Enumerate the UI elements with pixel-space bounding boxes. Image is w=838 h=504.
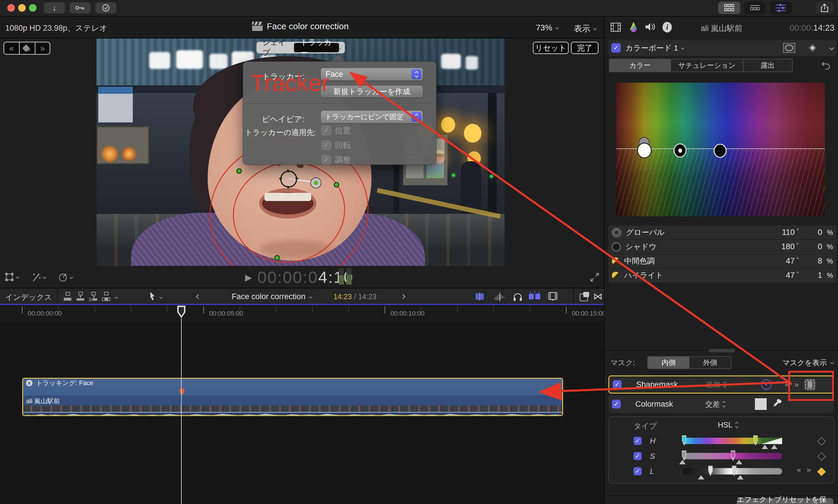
position-checkbox[interactable]: ✓ <box>322 126 331 135</box>
fullscreen-icon[interactable] <box>590 272 600 282</box>
overwrite-clip-icon[interactable] <box>101 292 111 302</box>
show-mask-menu[interactable]: マスクを表示 <box>783 358 833 367</box>
rotation-checkbox[interactable]: ✓ <box>322 141 331 150</box>
shapemask-row[interactable]: ✓ Shapemask 追加 « » <box>609 375 834 394</box>
eyedropper-icon[interactable] <box>772 399 783 409</box>
keywords-button[interactable] <box>70 2 91 14</box>
chevron-down-icon[interactable] <box>159 295 163 299</box>
colormask-swatch[interactable] <box>755 398 767 410</box>
sat-checkbox[interactable]: ✓ <box>634 452 642 460</box>
hue-slider[interactable] <box>683 438 782 444</box>
traffic-light-close[interactable] <box>7 4 15 12</box>
next-keyframe-icon[interactable]: » <box>807 465 811 474</box>
midtones-puck[interactable] <box>673 143 686 158</box>
traffic-light-zoom[interactable] <box>29 4 37 12</box>
hue-handle-low[interactable] <box>682 435 687 446</box>
browser-layout-button[interactable] <box>718 2 740 14</box>
timeline-body[interactable]: x トラッキング: Face ali 嵐山駅前 <box>0 323 604 504</box>
highlights-hue-value[interactable]: 47 <box>768 271 795 280</box>
create-new-tracker-button[interactable]: 新規トラッカーを作成 <box>321 85 423 97</box>
play-icon[interactable]: ▶ <box>245 272 252 283</box>
sat-keyframe-icon[interactable] <box>817 452 826 461</box>
segment-menu-chevron[interactable] <box>339 47 345 49</box>
skimming-toggle[interactable] <box>476 292 484 301</box>
transform-tool-button[interactable] <box>5 272 19 282</box>
hue-keyframe-icon[interactable] <box>817 437 826 446</box>
midtones-hue-value[interactable]: 47 <box>768 256 795 266</box>
prev-keyframe-button[interactable]: « <box>4 42 20 54</box>
audio-skimming-toggle[interactable] <box>494 292 506 301</box>
lum-handle-low[interactable] <box>708 466 713 476</box>
undo-icon[interactable] <box>821 60 831 70</box>
arrow-tool-icon[interactable] <box>148 291 157 301</box>
shadows-hue-value[interactable]: 180 <box>768 242 795 251</box>
shadows-pct-value[interactable]: 0 <box>799 242 822 251</box>
global-hue-value[interactable]: 110 <box>768 228 795 237</box>
next-keyframe-icon[interactable]: » <box>794 380 799 389</box>
traffic-light-minimize[interactable] <box>18 4 26 12</box>
segment-shape[interactable]: シェイプ <box>257 38 294 58</box>
clip-keyframe-band[interactable] <box>23 388 562 395</box>
shapemask-checkbox[interactable]: ✓ <box>613 380 621 389</box>
mask-inside-segment[interactable]: 内側 <box>648 357 689 368</box>
color-board[interactable] <box>616 83 825 216</box>
retime-tool-button[interactable] <box>58 272 72 282</box>
mask-thumbnail-icon[interactable] <box>783 43 795 53</box>
import-button[interactable]: ↓ <box>44 2 65 14</box>
mask-center-target[interactable] <box>280 170 297 187</box>
global-row[interactable]: グローバル 110 ° 0 % <box>609 226 837 239</box>
midtones-pct-value[interactable]: 8 <box>799 256 822 266</box>
chevron-down-icon[interactable] <box>681 46 684 49</box>
append-clip-icon[interactable] <box>88 292 98 302</box>
highlights-pct-value[interactable]: 1 <box>799 271 822 280</box>
tab-color[interactable]: カラー <box>610 59 670 72</box>
inspector-layout-button[interactable] <box>770 2 792 14</box>
shadows-row[interactable]: シャドウ 180 ° 0 % <box>609 240 837 254</box>
timeline-clip[interactable]: x トラッキング: Face ali 嵐山駅前 <box>22 378 563 416</box>
bowtie-icon[interactable]: ⋈ <box>593 291 602 302</box>
snapping-toggle[interactable] <box>528 292 541 301</box>
effects-tool-button[interactable] <box>31 272 46 282</box>
lum-checkbox[interactable]: ✓ <box>634 467 642 475</box>
viewer-zoom-menu[interactable]: 73% <box>536 23 558 32</box>
insert-clip-icon[interactable] <box>75 292 85 302</box>
colormask-blend-menu[interactable]: 交差 <box>705 399 725 409</box>
highlights-row[interactable]: ハイライト 47 ° 1 % <box>609 269 837 282</box>
keyframe-marker-icon[interactable] <box>179 388 185 395</box>
hue-checkbox[interactable]: ✓ <box>634 437 642 445</box>
chevron-right-icon[interactable] <box>401 294 406 299</box>
scale-checkbox[interactable]: ✓ <box>322 155 331 164</box>
colormask-row[interactable]: ✓ Colormask 交差 <box>609 395 834 413</box>
global-pct-value[interactable]: 0 <box>799 228 822 237</box>
lum-keyframe-icon[interactable] <box>817 467 826 476</box>
type-menu[interactable]: HSL <box>718 420 738 430</box>
mask-handle-left[interactable] <box>236 168 242 174</box>
tracking-target-icon[interactable] <box>761 379 772 390</box>
segment-tracker[interactable]: トラッカー <box>294 43 339 52</box>
chevron-down-icon[interactable] <box>829 46 834 51</box>
mask-handle-bottom[interactable] <box>274 255 280 260</box>
sat-handle-high[interactable] <box>730 451 736 461</box>
shapemask-edit-icon[interactable] <box>804 379 816 390</box>
clip-tracking-bar[interactable]: x トラッキング: Face <box>23 379 562 388</box>
timeline-ruler[interactable]: 00:00:00:00 00:00:05:00 00:00:10:00 00:0… <box>0 304 604 324</box>
behavior-select[interactable]: トラッカーにピンで固定 <box>321 110 423 123</box>
delete-keyframe-button[interactable]: ✕ <box>20 42 35 54</box>
tracker-select[interactable]: Face <box>321 68 423 80</box>
clip-appearance-icon[interactable] <box>548 291 558 302</box>
mask-handle-right[interactable] <box>334 182 339 187</box>
tab-exposure[interactable]: 露出 <box>743 59 792 72</box>
mask-rotation-handle[interactable] <box>310 177 322 188</box>
lum-falloff-tri[interactable] <box>698 475 704 480</box>
connect-clip-icon[interactable] <box>63 292 72 302</box>
tab-saturation[interactable]: サチュレーション <box>670 59 743 72</box>
hue-handle-high[interactable] <box>753 435 758 446</box>
share-button[interactable] <box>816 2 833 14</box>
done-button[interactable]: 完了 <box>571 42 598 54</box>
solo-headphones-icon[interactable] <box>512 291 523 302</box>
timeline-clip-menu[interactable]: Face color correction <box>232 292 312 301</box>
shapemask-blend-menu[interactable]: 追加 <box>706 380 726 390</box>
background-tasks-button[interactable] <box>95 2 116 14</box>
correction-enabled-checkbox[interactable]: ✓ <box>611 43 621 53</box>
close-icon[interactable]: x <box>26 380 33 386</box>
